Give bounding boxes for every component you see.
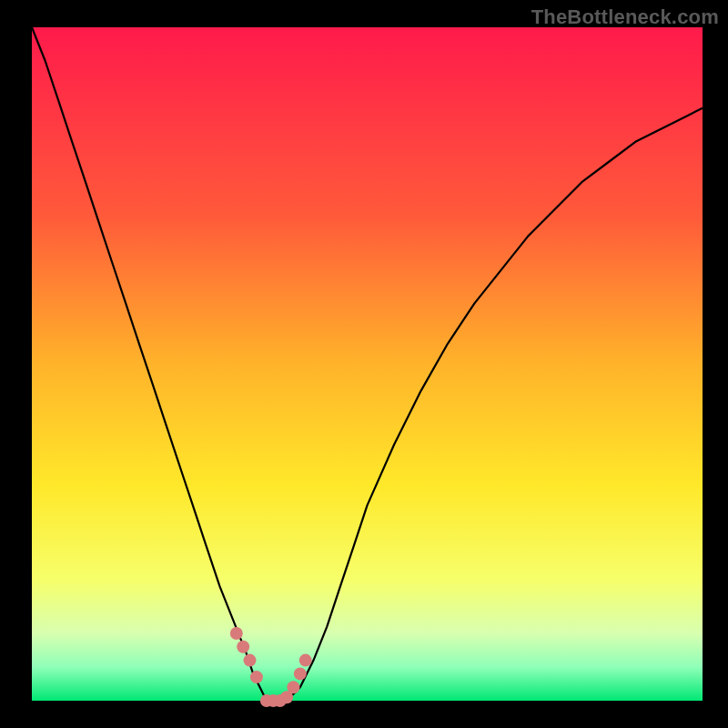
watermark-text: TheBottleneck.com	[531, 5, 719, 29]
data-marker	[287, 681, 299, 693]
plot-area	[32, 27, 703, 701]
chart-canvas	[0, 0, 728, 728]
data-marker	[230, 627, 243, 640]
data-marker	[250, 671, 263, 683]
data-marker	[294, 667, 307, 680]
bottleneck-chart: TheBottleneck.com	[0, 0, 728, 728]
data-marker	[244, 654, 257, 667]
data-marker	[237, 641, 249, 653]
data-marker	[299, 654, 312, 667]
